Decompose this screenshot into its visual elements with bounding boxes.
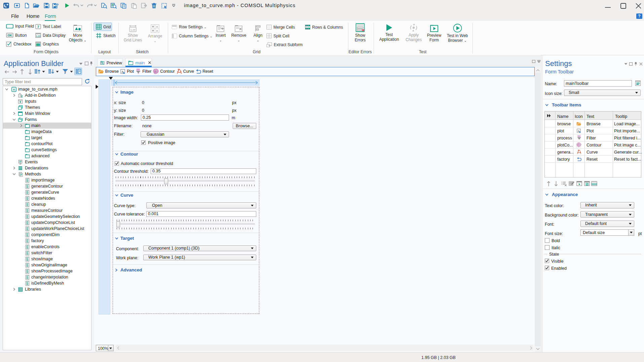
svg-text:T: T [37,25,39,29]
svg-text:A: A [13,88,15,91]
svg-text:OK: OK [8,34,12,37]
svg-text:1.23: 1.23 [36,35,40,37]
svg-text:1.23: 1.23 [130,28,136,31]
